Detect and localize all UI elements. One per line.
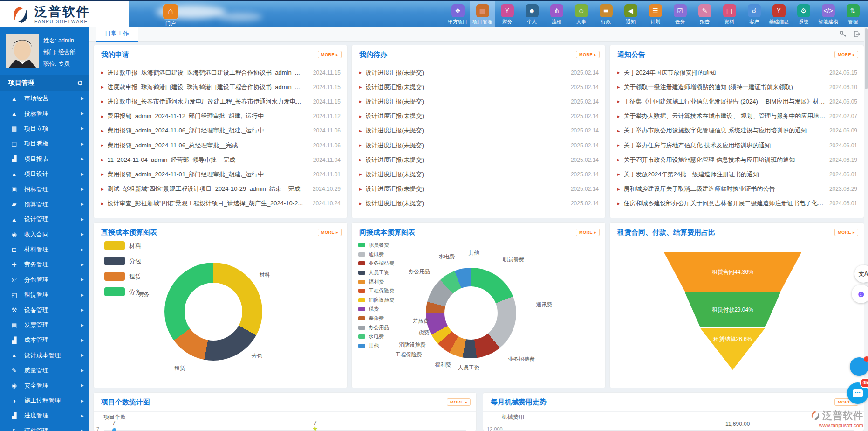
list-item[interactable]: ▸ 进度款申报_珠海鹤港口建设_珠海鹤港口建设工程合作协议书_admin_...… xyxy=(94,65,347,80)
list-item[interactable]: ▸ 关于举办住房与房地产信息化 技术及应用培训班的通知 2024.06.01 xyxy=(610,138,864,153)
tab-daily-work[interactable]: 日常工作 xyxy=(96,27,138,42)
sidebar-menu-item[interactable]: ▟ 项目报表 ▶ xyxy=(0,152,89,167)
list-item[interactable]: ▸ 设计进度汇报(未提交) 2025.02.14 xyxy=(352,167,605,181)
legend-item[interactable]: 材料 xyxy=(104,238,141,253)
sidebar-menu-item[interactable]: ▟ 成本管理 ▶ xyxy=(0,333,89,348)
legend-item[interactable]: 水电费 xyxy=(358,332,394,341)
sidebar-menu-item[interactable]: ◑ 施工过程管理 ▶ xyxy=(0,393,89,408)
list-item[interactable]: ▸ 费用报销_admin_2024-11-06_部门经理审批_胡建,_运行中 2… xyxy=(94,124,347,138)
scrollbar-thumb[interactable] xyxy=(865,28,868,89)
sidebar-menu-item[interactable]: ▤ 发票管理 ▶ xyxy=(0,318,89,333)
list-item[interactable]: ▸ 设计审查_彭祖新城“四馆”景观工程设计项目_请选择_胡广生_2024-10-… xyxy=(94,196,347,211)
list-item[interactable]: ▸ 设计进度汇报(未提交) 2025.02.14 xyxy=(352,65,605,80)
top-nav-item[interactable]: ≣ 行政 xyxy=(594,1,618,28)
legend-item[interactable]: 工程保险费 xyxy=(358,286,394,296)
lease-funnel-chart[interactable]: 租赁合同44.36% 租赁付款29.04% 租赁结算26.6% xyxy=(664,252,801,370)
top-nav-item[interactable]: ▤ 资料 xyxy=(717,1,742,28)
list-item[interactable]: ▸ 进度款申报_长春市伊通河水力发电厂改建工程_长春市伊通河水力发电... 20… xyxy=(94,94,347,109)
sidebar-menu-item[interactable]: ▤ 项目看板 ▶ xyxy=(0,136,89,151)
legend-item[interactable]: 税费 xyxy=(358,305,394,314)
top-nav-item[interactable]: ⚙ 系统 xyxy=(791,1,816,28)
sidebar-menu-item[interactable]: ⚒ 设备管理 ▶ xyxy=(0,302,89,317)
more-button[interactable]: MORE ▸ xyxy=(447,398,471,406)
list-item[interactable]: ▸ 设计进度汇报(未提交) 2025.02.14 xyxy=(352,80,605,94)
top-nav-item[interactable]: ❖ 甲方项目 xyxy=(445,1,470,28)
list-item[interactable]: ▸ 于征集《中国建筑施工行业信息化发展报告 (2024) —BIM应用与发展》材… xyxy=(610,94,864,109)
legend-item[interactable]: 劳务 xyxy=(104,284,141,299)
legend-item[interactable]: 福利费 xyxy=(358,277,394,286)
sidebar-menu-item[interactable]: ◉ 安全管理 ▶ xyxy=(0,378,89,393)
sidebar-menu-item[interactable]: ⊟ 材料管理 ▶ xyxy=(0,242,89,257)
more-button[interactable]: MORE ▸ xyxy=(834,51,858,58)
legend-item[interactable]: 差旅费 xyxy=(358,314,394,323)
sidebar-menu-item[interactable]: ▟ 进度管理 ▶ xyxy=(0,408,89,423)
list-item[interactable]: ▸ 设计进度汇报(未提交) 2025.02.14 xyxy=(352,109,605,124)
legend-item[interactable]: 消防设施费 xyxy=(358,296,394,305)
list-item[interactable]: ▸ 费用报销_admin_2024-11-01_部门经理审批_胡建,_运行中 2… xyxy=(94,167,347,181)
list-item[interactable]: ▸ 费用报销_admin_2024-11-12_部门经理审批_胡建,_运行中 2… xyxy=(94,109,347,124)
key-icon[interactable] xyxy=(839,30,847,38)
list-item[interactable]: ▸ 设计进度汇报(未提交) 2025.02.14 xyxy=(352,94,605,109)
sidebar-menu-item[interactable]: ▰ 预算管理 ▶ xyxy=(0,197,89,212)
legend-item[interactable]: 其他 xyxy=(358,341,394,351)
top-nav-item[interactable]: ⇅ 管理 xyxy=(841,1,865,28)
more-button[interactable]: MORE ▸ xyxy=(576,229,600,236)
settings-gear-icon[interactable]: ⚙ xyxy=(77,79,83,87)
list-item[interactable]: ▸ 设计进度汇报(未提交) 2025.02.14 xyxy=(352,124,605,138)
sidebar-menu-item[interactable]: ▣ 招标管理 ▶ xyxy=(0,181,89,196)
top-nav-item[interactable]: ⋔ 流程 xyxy=(544,1,569,28)
list-item[interactable]: ▸ 设计进度汇报(未提交) 2025.02.14 xyxy=(352,196,605,211)
sidebar-menu-item[interactable]: ▲ 投标管理 ▶ xyxy=(0,106,89,121)
legend-item[interactable]: 租赁 xyxy=(104,269,141,284)
sidebar-menu-item[interactable]: x² 分包管理 ▶ xyxy=(0,272,89,287)
list-item[interactable]: ▸ 关于领取一级注册建造师增项贴的通知 (须持一建证书前来领取) 2024.06… xyxy=(610,80,864,94)
legend-item[interactable]: 通讯费 xyxy=(358,250,394,259)
list-item[interactable]: ▸ 设计进度汇报(未提交) 2025.02.14 xyxy=(352,153,605,167)
sidebar-menu-item[interactable]: ▲ 设计成本管理 ▶ xyxy=(0,348,89,363)
top-nav-item[interactable]: ☌ 客户 xyxy=(742,1,766,28)
top-nav-item[interactable]: ☑ 任务 xyxy=(668,1,692,28)
top-nav-item[interactable]: ✎ 报告 xyxy=(692,1,717,28)
watermark-url[interactable]: www.fanpusoft.com xyxy=(810,423,863,428)
legend-item[interactable]: 办公用品 xyxy=(358,323,394,332)
list-item[interactable]: ▸ 关于举办市政公用设施数字化管理信息 系统建设与应用培训班的通知 2024.0… xyxy=(610,124,864,138)
sidebar-menu-item[interactable]: ▯ 证件管理 ▶ xyxy=(0,424,89,431)
top-nav-item[interactable]: ¥ 基础信息 xyxy=(766,1,791,28)
list-item[interactable]: ▸ 关于发放2024年第24批一级建造师注册证书的通知 2024.06.01 xyxy=(610,167,864,181)
top-nav-item[interactable]: ☰ 计划 xyxy=(643,1,668,28)
direct-cost-donut-chart[interactable] xyxy=(164,263,262,361)
legend-item[interactable]: 分包 xyxy=(104,253,141,269)
sidebar-menu-item[interactable]: ▲ 市场经营 ▶ xyxy=(0,91,89,106)
top-nav-item[interactable]: ☻ 个人 xyxy=(519,1,544,28)
more-button[interactable]: MORE ▸ xyxy=(318,51,342,58)
indirect-cost-donut-chart[interactable] xyxy=(426,268,516,358)
more-button[interactable]: MORE ▸ xyxy=(834,229,858,236)
portal-home-button[interactable]: ⌂ 门户 xyxy=(162,4,179,27)
sidebar-menu-item[interactable]: ✚ 劳务管理 ▶ xyxy=(0,257,89,272)
top-nav-item[interactable]: ☺ 人事 xyxy=(569,1,594,28)
list-item[interactable]: ▸ 设计进度汇报(未提交) 2025.02.14 xyxy=(352,138,605,153)
top-nav-item[interactable]: ◀ 通知 xyxy=(618,1,643,28)
list-item[interactable]: ▸ 测试_彭祖新城“四馆”景观工程设计项目_2024-10-29_admin_结… xyxy=(94,182,347,196)
legend-item[interactable]: 人员工资 xyxy=(358,268,394,278)
top-nav-item[interactable]: ¥ 财务 xyxy=(495,1,519,28)
list-item[interactable]: ▸ 进度款申报_珠海鹤港口建设_珠海鹤港口建设工程合作协议书_admin_...… xyxy=(94,80,347,94)
list-item[interactable]: ▸ 关于2024年国庆节放假安排的通知 2024.06.15 xyxy=(610,65,864,80)
sidebar-menu-item[interactable]: ▤ 项目立项 ▶ xyxy=(0,121,89,136)
list-item[interactable]: ▸ 住房和城乡建设部办公厅关于同意吉林省开展二级建造师注册证书电子化试点... … xyxy=(610,196,864,211)
sidebar-menu-item[interactable]: ✎ 质量管理 ▶ xyxy=(0,363,89,378)
sidebar-menu-item[interactable]: ◱ 租赁管理 ▶ xyxy=(0,287,89,302)
legend-item[interactable]: 职员餐费 xyxy=(358,241,394,250)
list-item[interactable]: ▸ 关于召开市政公用设施智慧化管理 信息技术与应用培训班的通知 2024.06.… xyxy=(610,153,864,167)
list-item[interactable]: ▸ 11_2024-11-04_admin_经营部_领导审批__完成 2024.… xyxy=(94,153,347,167)
sidebar-menu-item[interactable]: ▲ 设计管理 ▶ xyxy=(0,212,89,227)
funnel-stage-settlement[interactable]: 租赁结算26.6% xyxy=(664,328,801,370)
list-item[interactable]: ▸ 房和城乡建设厅关于取消二级建造师临时执业证书的公告 2023.08.29 xyxy=(610,182,864,196)
more-button[interactable]: MORE ▸ xyxy=(318,229,342,236)
messenger-button[interactable] xyxy=(850,357,868,376)
emoji-chat-button[interactable]: ☻ xyxy=(852,285,868,303)
funnel-stage-contract[interactable]: 租赁合同44.36% xyxy=(664,252,801,292)
top-nav-item[interactable]: ▦ 项目管理 xyxy=(470,1,495,28)
list-item[interactable]: ▸ 设计进度汇报(未提交) 2025.02.14 xyxy=(352,182,605,196)
legend-item[interactable]: 业务招待费 xyxy=(358,259,394,268)
